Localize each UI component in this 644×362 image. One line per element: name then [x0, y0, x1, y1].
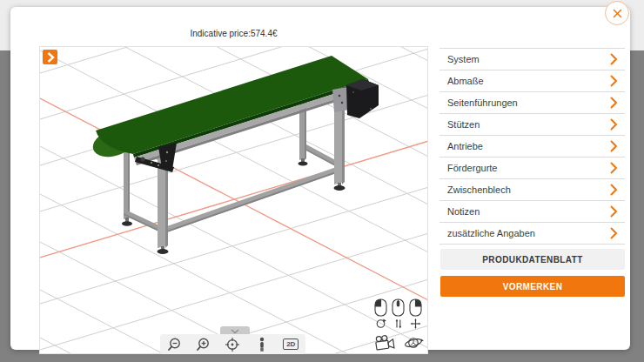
3d-scene[interactable] — [40, 47, 427, 353]
mouse-right-move-icon — [410, 299, 421, 329]
chevron-right-icon — [610, 53, 618, 65]
indicative-price-label: Indicative price:574.4€ — [39, 29, 428, 38]
mouse-left-rotate-icon — [375, 299, 386, 327]
menu-item-zusaetzliche-angaben[interactable]: zusätzliche Angaben — [439, 222, 625, 245]
menu-item-label: Abmaße — [447, 76, 484, 86]
chevron-right-icon — [610, 140, 618, 152]
mouse-middle-pan-icon — [392, 299, 404, 329]
zoom-out-button[interactable] — [162, 335, 188, 354]
menu-item-foerdergurte[interactable]: Fördergurte — [439, 157, 625, 178]
2d-view-button[interactable]: 2D — [278, 335, 304, 354]
person-view-button[interactable] — [249, 335, 275, 354]
panel-expand-button[interactable] — [43, 50, 57, 64]
chevron-right-icon — [45, 51, 56, 64]
configurator-modal: Indicative price:574.4€ — [10, 7, 630, 350]
2d-mode-icon: 2D — [283, 339, 299, 350]
zoom-in-button[interactable] — [191, 335, 217, 354]
chevron-right-icon — [610, 205, 618, 218]
menu-item-label: zusätzliche Angaben — [447, 228, 535, 238]
chevron-right-icon — [610, 75, 618, 87]
close-button[interactable] — [605, 1, 629, 25]
chevron-right-icon — [610, 118, 618, 131]
camera-icon — [375, 334, 394, 350]
chevron-right-icon — [610, 162, 618, 174]
menu-item-abmasse[interactable]: Abmaße — [439, 70, 625, 91]
menu-item-label: Notizen — [447, 206, 480, 217]
menu-item-label: Seitenführungen — [447, 97, 518, 108]
conveyor-model — [90, 56, 379, 254]
person-icon — [252, 335, 272, 354]
menu-item-label: Antriebe — [447, 141, 483, 151]
orbit-icon — [405, 338, 424, 348]
menu-item-notizen[interactable]: Notizen — [439, 200, 625, 222]
3d-viewport: 2D — [39, 46, 428, 354]
menu-item-zwischenblech[interactable]: Zwischenblech — [439, 178, 625, 200]
menu-item-label: System — [447, 54, 480, 64]
center-view-button[interactable] — [219, 335, 245, 354]
menu-item-label: Zwischenblech — [447, 184, 511, 195]
menu-item-antriebe[interactable]: Antriebe — [439, 135, 625, 157]
zoom-in-icon — [194, 335, 213, 354]
menu-item-label: Stützen — [447, 119, 480, 130]
chevron-right-icon — [610, 184, 618, 196]
menu-item-stuetzen[interactable]: Stützen — [439, 113, 625, 135]
close-icon — [613, 9, 622, 18]
menu-item-system[interactable]: System — [439, 48, 625, 70]
datasheet-button[interactable]: PRODUKDATENBLATT — [440, 249, 625, 270]
zoom-out-icon — [165, 335, 184, 354]
viewport-toolbar: 2D — [160, 334, 305, 354]
reserve-button[interactable]: VORMERKEN — [440, 276, 625, 297]
menu-item-label: Fördergurte — [447, 163, 497, 173]
mouse-controls-legend — [372, 298, 426, 353]
config-menu: SystemAbmaßeSeitenführungenStützenAntrie… — [439, 48, 625, 245]
menu-item-seitenfuehrungen[interactable]: Seitenführungen — [439, 91, 625, 113]
chevron-right-icon — [610, 97, 618, 109]
chevron-down-icon — [231, 329, 239, 334]
target-icon — [223, 335, 242, 354]
chevron-right-icon — [610, 227, 618, 239]
